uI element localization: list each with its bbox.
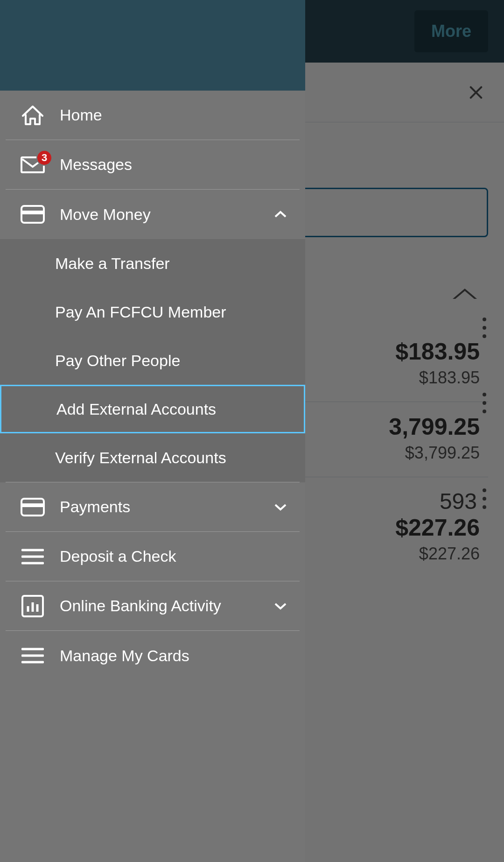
svg-rect-4 — [21, 503, 44, 507]
sub-label: Make a Transfer — [55, 254, 170, 273]
nav-item-payments[interactable]: Payments — [6, 482, 300, 532]
nav-label: Manage My Cards — [49, 647, 288, 665]
list-icon — [16, 548, 49, 565]
nav-item-home[interactable]: Home — [6, 91, 300, 140]
nav-item-deposit-check[interactable]: Deposit a Check — [6, 532, 300, 581]
nav-label: Online Banking Activity — [49, 597, 273, 615]
messages-badge: 3 — [36, 150, 52, 166]
sub-item-add-external[interactable]: Add External Accounts — [0, 385, 305, 433]
sub-label: Add External Accounts — [56, 400, 216, 418]
card-icon — [16, 498, 49, 516]
nav-item-move-money[interactable]: Move Money — [0, 190, 305, 239]
nav-label: Payments — [49, 498, 273, 516]
chevron-down-icon — [273, 602, 288, 610]
home-icon — [16, 105, 49, 126]
nav-label: Home — [49, 106, 288, 124]
nav-item-online-activity[interactable]: Online Banking Activity — [6, 581, 300, 631]
sub-item-pay-member[interactable]: Pay An FCFCU Member — [0, 288, 305, 336]
sub-item-make-transfer[interactable]: Make a Transfer — [0, 239, 305, 288]
chevron-up-icon — [273, 210, 288, 219]
svg-rect-2 — [21, 211, 44, 214]
sub-label: Pay Other People — [55, 352, 180, 370]
nav-label: Move Money — [49, 205, 273, 224]
nav-label: Messages — [49, 155, 288, 174]
nav-item-manage-cards[interactable]: Manage My Cards — [6, 631, 300, 680]
move-money-submenu: Make a Transfer Pay An FCFCU Member Pay … — [0, 239, 305, 482]
sub-item-verify-external[interactable]: Verify External Accounts — [0, 433, 305, 482]
sub-label: Pay An FCFCU Member — [55, 303, 226, 321]
sub-item-pay-other[interactable]: Pay Other People — [0, 336, 305, 385]
bar-chart-icon — [16, 595, 49, 617]
envelope-icon: 3 — [21, 156, 45, 173]
nav-item-messages[interactable]: 3 Messages — [6, 140, 300, 190]
list-icon — [16, 647, 49, 664]
drawer-header — [0, 0, 305, 91]
side-navigation-drawer: Home 3 Messages Move Money Make a Transf… — [0, 0, 305, 862]
card-icon — [16, 205, 49, 224]
nav-label: Deposit a Check — [49, 547, 288, 565]
sub-label: Verify External Accounts — [55, 449, 226, 467]
chevron-down-icon — [273, 503, 288, 511]
